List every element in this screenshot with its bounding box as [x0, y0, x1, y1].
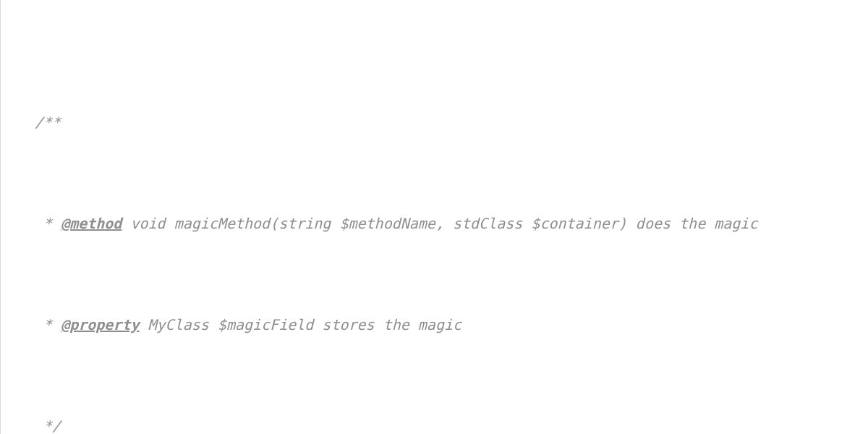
code-line: * @method void magicMethod(string $metho…	[0, 211, 868, 237]
doc-text: MyClass $magicField stores the magic	[140, 316, 462, 333]
doc-tag-method: @method	[61, 215, 122, 232]
doc-open: /**	[35, 114, 61, 131]
doc-star: *	[35, 316, 61, 333]
code-line: /**	[0, 110, 868, 135]
code-line: */	[0, 414, 868, 434]
code-editor-viewport: /** * @method void magicMethod(string $m…	[0, 0, 868, 434]
doc-close: */	[35, 417, 61, 434]
doc-tag-property: @property	[61, 316, 139, 333]
code-line: * @property MyClass $magicField stores t…	[0, 312, 868, 338]
doc-star: *	[35, 215, 61, 232]
doc-text: void magicMethod(string $methodName, std…	[122, 215, 757, 232]
